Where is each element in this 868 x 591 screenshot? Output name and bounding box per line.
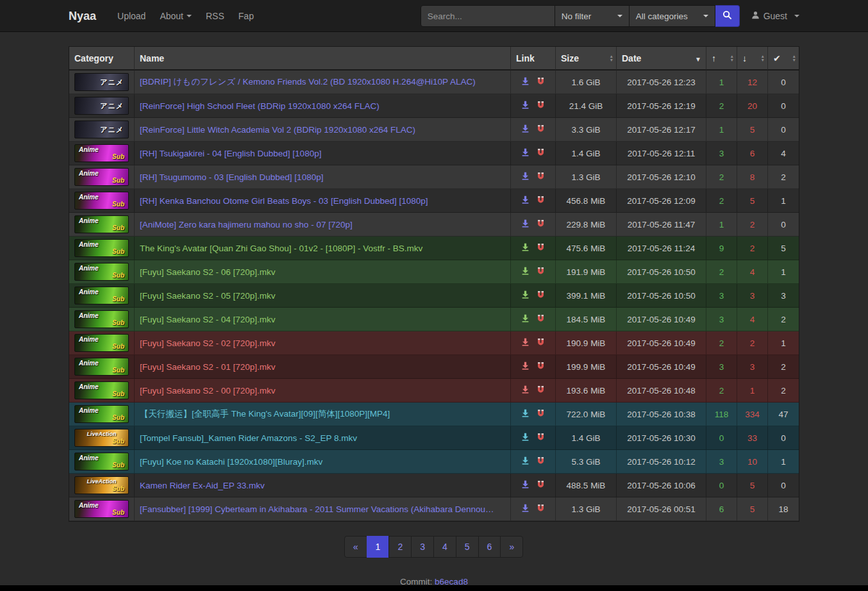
category-thumbnail[interactable]: Anime Sub <box>74 453 129 470</box>
size-column-header[interactable]: Size ▲▼ <box>556 47 617 71</box>
magnet-icon[interactable] <box>537 433 545 443</box>
page-2[interactable]: 2 <box>388 536 412 558</box>
torrent-name-link[interactable]: [Tompel Fansub]_Kamen Rider Amazons - S2… <box>140 433 357 443</box>
category-thumbnail[interactable]: Anime Sub <box>74 405 129 423</box>
torrent-name-link[interactable]: [ReinForce] Little Witch Academia Vol 2 … <box>140 125 415 135</box>
download-icon[interactable] <box>521 219 530 229</box>
category-thumbnail[interactable]: Anime Sub <box>74 500 129 518</box>
download-icon[interactable] <box>521 314 530 324</box>
leechers-value: 5 <box>737 118 768 142</box>
leechers-column-header[interactable]: ↓ ▲▼ <box>737 47 768 71</box>
page-4[interactable]: 4 <box>433 536 456 558</box>
download-icon[interactable] <box>521 77 530 87</box>
download-icon[interactable] <box>521 480 530 490</box>
magnet-icon[interactable] <box>537 243 545 253</box>
category-select[interactable]: All categories <box>630 5 715 27</box>
download-icon[interactable] <box>521 409 530 419</box>
user-menu[interactable]: Guest <box>751 11 799 21</box>
torrent-name-link[interactable]: [Fuyu] Saekano S2 - 04 [720p].mkv <box>140 315 276 324</box>
torrent-name-link[interactable]: [BDRIP] けものフレンズ / Kemono Friends Vol.2 (… <box>140 77 476 87</box>
magnet-icon[interactable] <box>537 456 545 467</box>
category-thumbnail[interactable]: Anime Sub <box>74 168 129 186</box>
seeders-column-header[interactable]: ↑ ▲▼ <box>706 47 737 71</box>
magnet-icon[interactable] <box>537 196 545 206</box>
brand-link[interactable]: Nyaa <box>69 10 110 23</box>
magnet-icon[interactable] <box>537 267 545 277</box>
category-thumbnail[interactable]: Anime Sub <box>74 381 129 399</box>
category-thumbnail[interactable]: Anime Sub <box>74 239 129 257</box>
page-5[interactable]: 5 <box>456 536 479 558</box>
page-6[interactable]: 6 <box>478 536 501 558</box>
torrent-name-link[interactable]: [Fuyu] Saekano S2 - 00 [720p].mkv <box>140 386 276 395</box>
download-icon[interactable] <box>521 385 530 395</box>
download-icon[interactable] <box>521 338 530 348</box>
nav-about[interactable]: About <box>153 0 199 32</box>
download-icon[interactable] <box>521 101 530 111</box>
magnet-icon[interactable] <box>537 480 545 490</box>
download-icon[interactable] <box>521 290 530 301</box>
nav-upload[interactable]: Upload <box>110 0 153 32</box>
search-input[interactable] <box>421 5 555 27</box>
download-icon[interactable] <box>521 243 530 253</box>
magnet-icon[interactable] <box>537 409 545 419</box>
category-thumbnail[interactable]: アニメ <box>74 73 129 91</box>
category-thumbnail[interactable]: LiveAction Sub <box>74 476 129 494</box>
category-thumbnail[interactable]: Anime Sub <box>74 358 129 376</box>
download-icon[interactable] <box>521 456 530 467</box>
page-3[interactable]: 3 <box>411 536 434 558</box>
magnet-icon[interactable] <box>537 148 545 158</box>
magnet-icon[interactable] <box>537 172 545 182</box>
page-prev[interactable]: « <box>344 536 367 558</box>
torrent-name-link[interactable]: The King's Avatar [Quan Zhi Gao Shou] - … <box>140 244 422 253</box>
download-icon[interactable] <box>521 124 530 135</box>
magnet-icon[interactable] <box>537 124 545 135</box>
download-icon[interactable] <box>521 267 530 277</box>
search-button[interactable] <box>715 5 740 27</box>
page-1[interactable]: 1 <box>367 536 390 558</box>
torrent-name-link[interactable]: [Fansubber] [1999] Cyberteam in Akihabar… <box>140 504 494 514</box>
magnet-icon[interactable] <box>537 290 545 301</box>
torrent-name-link[interactable]: [RH] Kenka Banchou Otome Girl Beats Boys… <box>140 196 428 206</box>
torrent-name-link[interactable]: [Fuyu] Saekano S2 - 05 [720p].mkv <box>140 291 276 301</box>
download-icon[interactable] <box>521 196 530 206</box>
category-thumbnail[interactable]: Anime Sub <box>74 215 129 233</box>
torrent-name-link[interactable]: [RH] Tsukigakirei - 04 [English Dubbed] … <box>140 149 321 158</box>
magnet-icon[interactable] <box>537 314 545 324</box>
nav-fap[interactable]: Fap <box>231 0 261 32</box>
torrent-name-link[interactable]: [AniMote] Zero kara hajimeru mahou no sh… <box>140 220 353 229</box>
nav-rss[interactable]: RSS <box>199 0 231 32</box>
magnet-icon[interactable] <box>537 504 545 514</box>
magnet-icon[interactable] <box>537 385 545 395</box>
magnet-icon[interactable] <box>537 362 545 372</box>
page-next[interactable]: » <box>500 536 523 558</box>
date-column-header[interactable]: Date ▼ <box>617 47 706 71</box>
torrent-name-link[interactable]: [Fuyu] Saekano S2 - 06 [720p].mkv <box>140 267 276 277</box>
torrent-name-link[interactable]: [ReinForce] High School Fleet (BDRip 192… <box>140 101 380 111</box>
torrent-name-link[interactable]: 【天行搬运】[全职高手 The King's Avatar][09][简体][1… <box>140 409 390 419</box>
torrent-name-link[interactable]: [Fuyu] Saekano S2 - 02 [720p].mkv <box>140 338 276 348</box>
filter-select[interactable]: No filter <box>555 5 630 27</box>
torrent-name-link[interactable]: [RH] Tsugumomo - 03 [English Dubbed] [10… <box>140 172 323 182</box>
magnet-icon[interactable] <box>537 77 545 87</box>
category-thumbnail[interactable]: Anime Sub <box>74 310 129 328</box>
category-thumbnail[interactable]: アニメ <box>74 121 129 138</box>
category-thumbnail[interactable]: Anime Sub <box>74 287 129 304</box>
category-thumbnail[interactable]: Anime Sub <box>74 144 129 162</box>
download-icon[interactable] <box>521 362 530 372</box>
download-icon[interactable] <box>521 148 530 158</box>
category-thumbnail[interactable]: アニメ <box>74 97 129 115</box>
magnet-icon[interactable] <box>537 101 545 111</box>
category-thumbnail[interactable]: LiveAction Sub <box>74 429 129 447</box>
category-thumbnail[interactable]: Anime Sub <box>74 263 129 281</box>
download-icon[interactable] <box>521 172 530 182</box>
download-icon[interactable] <box>521 433 530 443</box>
torrent-name-link[interactable]: [Fuyu] Saekano S2 - 01 [720p].mkv <box>140 362 276 372</box>
category-thumbnail[interactable]: Anime Sub <box>74 192 129 210</box>
completed-column-header[interactable]: ✔ ▲▼ <box>768 47 799 71</box>
torrent-name-link[interactable]: Kamen Rider Ex-Aid_EP 33.mkv <box>140 481 265 490</box>
download-icon[interactable] <box>521 504 530 514</box>
magnet-icon[interactable] <box>537 338 545 348</box>
magnet-icon[interactable] <box>537 219 545 229</box>
category-thumbnail[interactable]: Anime Sub <box>74 334 129 352</box>
torrent-name-link[interactable]: [Fuyu] Koe no Katachi [1920x1080][Bluray… <box>140 457 322 467</box>
